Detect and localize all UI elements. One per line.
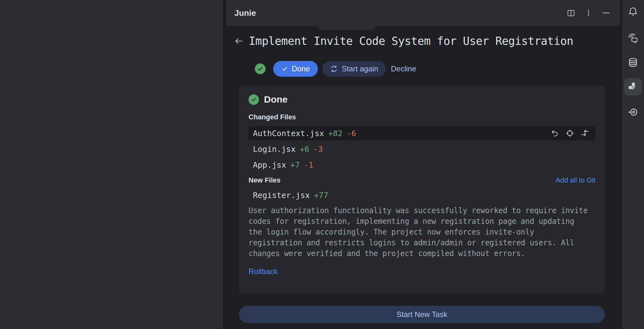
file-name: Register.jsx — [253, 191, 310, 200]
locate-target-icon[interactable] — [566, 129, 574, 137]
task-summary: User authorization functionality was suc… — [249, 205, 595, 259]
back-arrow-icon[interactable] — [233, 36, 244, 46]
junie-tool-window: Junie — [226, 0, 620, 329]
refresh-icon — [330, 65, 338, 73]
summary-line: User authorization functionality was suc… — [249, 205, 595, 216]
split-view-icon[interactable] — [566, 8, 576, 18]
diff-compare-icon[interactable] — [581, 129, 589, 137]
task-header: Implement Invite Code System for User Re… — [233, 32, 573, 50]
previous-message-bubble-edge — [319, 26, 375, 30]
file-name: App.jsx — [253, 160, 286, 170]
summary-line: codes for registration, implementing a n… — [249, 216, 595, 227]
new-file-row[interactable]: Register.jsx +77 — [249, 188, 595, 202]
success-check-icon — [249, 94, 259, 105]
start-new-task-button[interactable]: Start New Task — [239, 306, 605, 323]
start-again-button[interactable]: Start again — [322, 61, 386, 77]
panel-header-actions — [566, 8, 611, 18]
lines-added: +6 — [300, 145, 309, 154]
task-result-card: Done Changed Files AuthContext.jsx +82 -… — [239, 86, 605, 294]
ide-screen: Junie — [0, 0, 644, 329]
add-all-to-git-link[interactable]: Add all to Git — [556, 176, 595, 184]
summary-line: changes were verified and the project co… — [249, 248, 595, 259]
task-title: Implement Invite Code System for User Re… — [249, 35, 573, 47]
lines-removed: -6 — [347, 129, 356, 138]
lines-removed: -1 — [304, 160, 313, 170]
summary-line: the login flow accordingly. The project … — [249, 227, 595, 237]
card-status-label: Done — [264, 94, 288, 105]
minimize-icon[interactable] — [601, 8, 611, 18]
changed-file-row[interactable]: App.jsx +7 -1 — [249, 158, 595, 172]
file-name: Login.jsx — [253, 145, 296, 154]
editor-panel — [0, 0, 225, 329]
lines-removed: -3 — [313, 145, 323, 154]
rollback-link[interactable]: Rollback — [249, 267, 595, 276]
lines-added: +77 — [314, 191, 328, 200]
junie-logo-icon — [628, 82, 638, 92]
undo-icon[interactable] — [551, 129, 559, 137]
new-files-label: New Files — [249, 176, 280, 184]
more-options-icon[interactable] — [584, 8, 593, 18]
check-icon — [281, 65, 288, 72]
done-button-label: Done — [292, 64, 310, 73]
changed-file-row[interactable]: Login.jsx +6 -3 — [249, 142, 595, 156]
right-tool-strip — [620, 0, 644, 329]
ai-assistant-icon[interactable] — [622, 33, 644, 44]
database-icon[interactable] — [622, 57, 644, 69]
junie-tool-button-selected[interactable] — [624, 78, 642, 95]
summary-line: registration and restricts logins to adm… — [249, 237, 595, 248]
start-again-button-label: Start again — [342, 64, 378, 73]
notifications-bell-icon[interactable] — [622, 6, 644, 17]
new-files-header: New Files Add all to Git — [249, 176, 595, 184]
card-status: Done — [249, 94, 595, 105]
lines-added: +7 — [290, 160, 300, 170]
done-button[interactable]: Done — [273, 61, 318, 77]
panel-title: Junie — [234, 8, 256, 18]
changed-file-row[interactable]: AuthContext.jsx +82 -6 — [249, 126, 595, 140]
task-status-row: Done Start again Decline — [255, 61, 416, 77]
lines-added: +82 — [328, 129, 342, 138]
junie-panel-body: Implement Invite Code System for User Re… — [226, 26, 620, 329]
file-row-actions — [551, 129, 591, 137]
file-name: AuthContext.jsx — [253, 129, 324, 138]
changed-files-label: Changed Files — [249, 113, 595, 121]
success-check-icon — [255, 63, 266, 74]
decline-link[interactable]: Decline — [391, 64, 416, 73]
history-icon[interactable] — [622, 106, 644, 118]
junie-panel-header: Junie — [226, 0, 620, 26]
